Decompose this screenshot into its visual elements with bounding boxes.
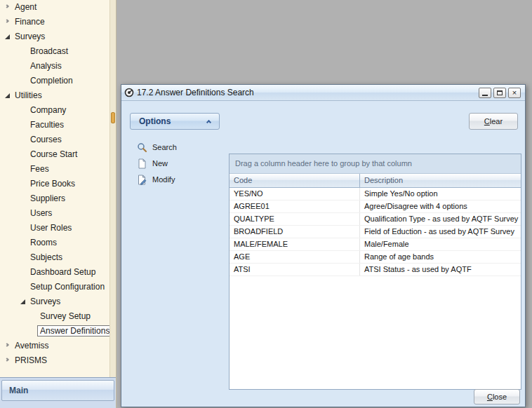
group-by-drop-zone[interactable]: Drag a column header here to group by th… — [230, 154, 521, 174]
table-row[interactable]: AGREE01 Agree/Disagree with 4 options — [230, 200, 521, 213]
sidebar-item-label: Agent — [15, 2, 36, 12]
navigation-tree: Agent Finance Surveys Broadcast Analysis… — [0, 0, 109, 377]
sidebar-item-label: Broadcast — [30, 46, 68, 56]
chevron-up-icon — [206, 119, 211, 124]
table-row[interactable]: ATSI ATSI Status - as used by AQTF — [230, 264, 521, 276]
sidebar-item-setup-configuration[interactable]: Setup Configuration — [0, 280, 109, 294]
sidebar-item-label: Subjects — [30, 252, 62, 262]
column-header-code[interactable]: Code — [230, 174, 360, 187]
close-window-button[interactable]: × — [508, 88, 521, 98]
sidebar-item-surveys[interactable]: Surveys — [0, 29, 109, 44]
close-icon: × — [512, 89, 517, 97]
cell-code: AGREE01 — [230, 200, 360, 212]
sidebar-item-label: Faculties — [30, 120, 64, 130]
close-button[interactable]: Close — [474, 389, 520, 404]
sidebar-item-users[interactable]: Users — [0, 206, 109, 221]
sidebar-item-user-roles[interactable]: User Roles — [0, 221, 109, 236]
sidebar-item-agent[interactable]: Agent — [0, 0, 109, 15]
sidebar-item-answer-definitions[interactable]: Answer Definitions — [0, 324, 109, 339]
sidebar-item-label: Suppliers — [30, 193, 65, 203]
search-action[interactable]: Search — [137, 141, 177, 154]
sidebar-scrollbar[interactable] — [109, 0, 116, 377]
dialog-titlebar[interactable]: 17.2 Answer Definitions Search × — [121, 85, 525, 101]
sidebar-item-suppliers[interactable]: Suppliers — [0, 191, 109, 206]
sidebar-item-prisms[interactable]: PRISMS — [0, 353, 109, 368]
sidebar-item-label: Avetmiss — [15, 341, 48, 351]
sidebar-item-analysis[interactable]: Analysis — [0, 59, 109, 74]
sidebar-item-price-books[interactable]: Price Books — [0, 177, 109, 191]
sidebar-item-company[interactable]: Company — [0, 103, 109, 118]
modify-action-label: Modify — [152, 175, 175, 184]
minimize-button[interactable] — [479, 88, 491, 98]
table-row[interactable]: YES/NO Simple Yes/No option — [230, 188, 521, 200]
sidebar-item-utilities[interactable]: Utilities — [0, 88, 109, 103]
cell-description: Male/Female — [360, 238, 521, 250]
sidebar-item-broadcast[interactable]: Broadcast — [0, 44, 109, 59]
modify-action[interactable]: Modify — [137, 173, 175, 186]
sidebar-item-label: Dashboard Setup — [30, 267, 95, 277]
sidebar-item-dashboard-setup[interactable]: Dashboard Setup — [0, 265, 109, 280]
sidebar-item-label: Surveys — [30, 297, 60, 306]
clear-button[interactable]: Clear — [469, 113, 518, 130]
sidebar-item-subjects[interactable]: Subjects — [0, 250, 109, 265]
cell-code: AGE — [230, 251, 360, 263]
sidebar-item-finance[interactable]: Finance — [0, 15, 109, 29]
table-row[interactable]: QUALTYPE Qualification Type - as used by… — [230, 213, 521, 226]
modify-document-icon — [137, 175, 147, 185]
cell-description: Simple Yes/No option — [360, 188, 521, 200]
sidebar-item-courses[interactable]: Courses — [0, 132, 109, 147]
search-action-label: Search — [152, 143, 177, 151]
sidebar-item-avetmiss[interactable]: Avetmiss — [0, 339, 109, 353]
options-panel-toggle[interactable]: Options — [130, 113, 220, 130]
sidebar-item-survey-setup[interactable]: Survey Setup — [0, 309, 109, 324]
sidebar-item-label: User Roles — [30, 223, 72, 233]
table-row[interactable]: AGE Range of age bands — [230, 251, 521, 264]
sidebar-item-label-selected: Answer Definitions — [37, 325, 109, 336]
sidebar-footer: Main — [0, 377, 116, 408]
chevron-right-icon — [5, 358, 9, 362]
table-row[interactable]: MALE/FEMALE Male/Female — [230, 238, 521, 251]
sidebar-item-label: Completion — [30, 76, 73, 86]
sidebar-item-label: Finance — [15, 17, 45, 27]
cell-description: Agree/Disagree with 4 options — [360, 200, 521, 212]
sidebar-item-label: Users — [30, 208, 52, 218]
sidebar-item-label: Rooms — [30, 238, 57, 247]
search-icon — [137, 142, 147, 153]
sidebar-item-course-start[interactable]: Course Start — [0, 147, 109, 162]
sidebar-item-label: Survey Setup — [40, 311, 91, 321]
cell-code: QUALTYPE — [230, 213, 360, 225]
grid-header-row: Code Description — [230, 174, 521, 188]
cell-code: YES/NO — [230, 188, 360, 200]
sidebar-item-label: Company — [30, 105, 66, 115]
sidebar-item-label: Courses — [30, 135, 62, 144]
sidebar-item-completion[interactable]: Completion — [0, 74, 109, 88]
sidebar-item-surveys-sub[interactable]: Surveys — [0, 294, 109, 309]
sidebar-item-rooms[interactable]: Rooms — [0, 236, 109, 250]
answer-definitions-search-dialog: 17.2 Answer Definitions Search × Options… — [121, 84, 526, 407]
cell-description: Qualification Type - as used by AQTF Sur… — [360, 213, 521, 225]
app-icon — [124, 88, 134, 97]
table-row[interactable]: BROADFIELD Field of Eduction - as used b… — [230, 226, 521, 238]
cell-description: Range of age bands — [360, 251, 521, 263]
sidebar-item-faculties[interactable]: Faculties — [0, 118, 109, 132]
sidebar-item-label: Utilities — [15, 90, 42, 100]
new-action[interactable]: New — [137, 157, 168, 170]
sidebar-item-label: Course Start — [30, 149, 77, 159]
navigation-sidebar: Agent Finance Surveys Broadcast Analysis… — [0, 0, 117, 408]
clear-button-label: Clear — [470, 114, 517, 129]
new-action-label: New — [152, 159, 168, 168]
maximize-button[interactable] — [493, 88, 506, 98]
sidebar-item-label: Fees — [30, 164, 49, 174]
maximize-icon — [497, 90, 503, 95]
close-button-label: Close — [474, 390, 519, 404]
main-nav-button[interactable]: Main — [1, 380, 114, 401]
grid-empty-area — [230, 276, 521, 389]
dialog-title: 17.2 Answer Definitions Search — [137, 88, 254, 97]
sidebar-scrollbar-thumb[interactable] — [111, 112, 115, 123]
column-header-description[interactable]: Description — [360, 174, 521, 187]
triangle-expanded-icon — [5, 34, 10, 39]
chevron-right-icon — [5, 4, 9, 8]
cell-code: ATSI — [230, 264, 360, 276]
new-document-icon — [137, 158, 147, 169]
sidebar-item-fees[interactable]: Fees — [0, 162, 109, 177]
